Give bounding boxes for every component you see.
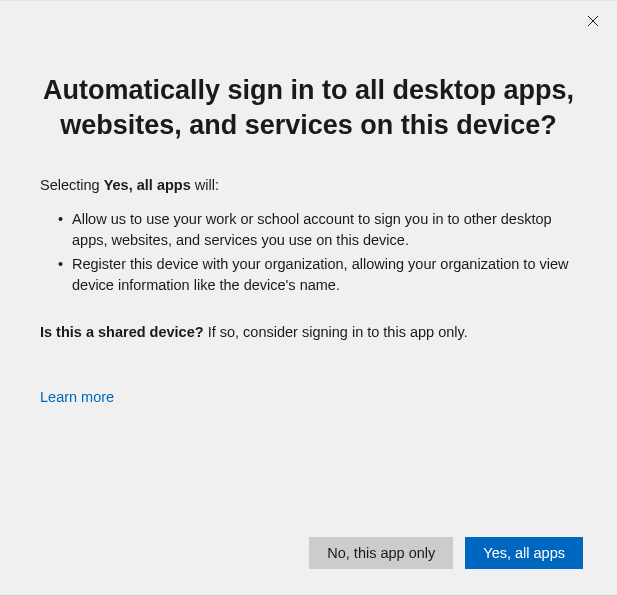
shared-bold: Is this a shared device? [40, 324, 204, 340]
bullet-list: Allow us to use your work or school acco… [40, 209, 577, 296]
intro-prefix: Selecting [40, 177, 104, 193]
bullet-item: Register this device with your organizat… [58, 254, 577, 296]
close-icon [587, 15, 599, 27]
bullet-item: Allow us to use your work or school acco… [58, 209, 577, 251]
dialog-content: Automatically sign in to all desktop app… [0, 1, 617, 406]
button-row: No, this app only Yes, all apps [309, 537, 583, 569]
close-button[interactable] [583, 11, 603, 31]
intro-text: Selecting Yes, all apps will: [40, 177, 577, 193]
dialog-title: Automatically sign in to all desktop app… [40, 73, 577, 143]
shared-suffix: If so, consider signing in to this app o… [204, 324, 468, 340]
shared-device-text: Is this a shared device? If so, consider… [40, 324, 577, 340]
intro-suffix: will: [191, 177, 219, 193]
signin-dialog: Automatically sign in to all desktop app… [0, 0, 617, 596]
yes-all-apps-button[interactable]: Yes, all apps [465, 537, 583, 569]
no-this-app-only-button[interactable]: No, this app only [309, 537, 453, 569]
learn-more-link[interactable]: Learn more [40, 389, 114, 405]
intro-bold: Yes, all apps [104, 177, 191, 193]
